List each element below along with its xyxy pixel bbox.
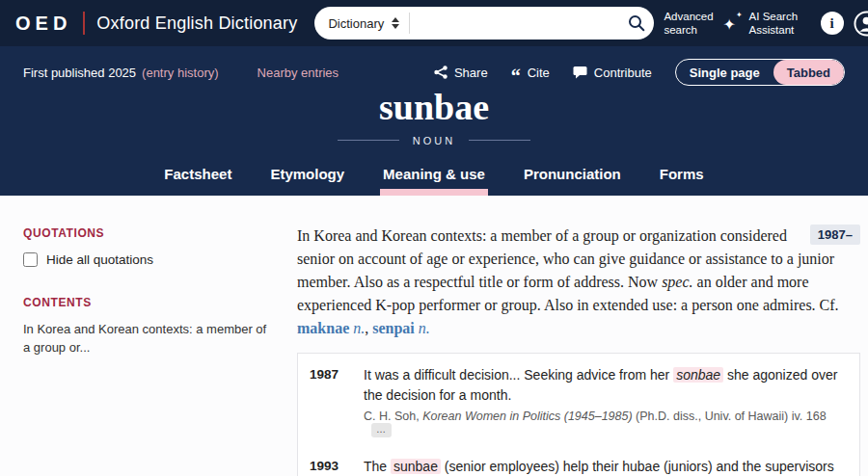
entry-history-link[interactable]: (entry history) (142, 66, 218, 80)
headword: sunbae (0, 88, 868, 128)
entry-meta-row: First published 2025 (entry history) Nea… (0, 46, 868, 86)
tabbed-toggle[interactable]: Tabbed (773, 60, 844, 85)
single-page-toggle[interactable]: Single page (676, 60, 773, 85)
tab-etymology[interactable]: Etymology (267, 160, 347, 196)
share-button[interactable]: Share (434, 66, 488, 80)
date-range-badge: 1987– (810, 225, 860, 245)
definition-spec: spec. (662, 274, 692, 290)
oed-logo[interactable]: OED (15, 13, 71, 35)
tab-factsheet[interactable]: Factsheet (161, 160, 234, 196)
ai-search-assistant-link[interactable]: ✦ ✦ AI Search Assistant (723, 10, 807, 38)
sidebar: QUOTATIONS Hide all quotations CONTENTS … (0, 196, 289, 357)
senpai-pos-link[interactable]: n. (419, 320, 430, 336)
first-published-text: First published 2025 (23, 66, 136, 80)
quotation-text: The sunbae (senior employees) help their… (364, 457, 844, 476)
highlighted-term: sonbae (673, 367, 723, 383)
brand-divider (83, 12, 85, 35)
view-mode-toggle: Single page Tabbed (675, 59, 845, 86)
search-scope-select[interactable]: Dictionary (314, 7, 409, 40)
meaning-section: 1987– In Korea and Korean contexts: a me… (289, 196, 868, 476)
nearby-entries-link[interactable]: Nearby entries (258, 66, 339, 80)
quotations-box: 1987 It was a difficult decision... Seek… (297, 353, 860, 476)
publish-info: First published 2025 (entry history) Nea… (23, 66, 339, 80)
citation-more-button[interactable]: … (371, 423, 392, 437)
sparkles-icon: ✦ ✦ (723, 13, 743, 34)
entry-banner: First published 2025 (entry history) Nea… (0, 46, 868, 196)
account-avatar-icon[interactable] (854, 11, 868, 37)
tab-forms[interactable]: Forms (657, 160, 707, 196)
quotations-heading: QUOTATIONS (23, 226, 270, 240)
pos-line-right (469, 140, 530, 141)
quotation-body: It was a difficult decision... Seeking a… (364, 365, 844, 437)
search-icon (628, 14, 645, 32)
top-header: OED Oxford English Dictionary Dictionary… (0, 0, 868, 46)
tab-meaning-use[interactable]: Meaning & use (380, 160, 488, 196)
entry-actions: Share “ Cite Contribute Single page Tabb… (434, 59, 845, 86)
senpai-link[interactable]: senpai (372, 320, 415, 336)
content-area: QUOTATIONS Hide all quotations CONTENTS … (0, 196, 868, 476)
cite-button[interactable]: “ Cite (511, 64, 550, 81)
part-of-speech-row: NOUN (0, 135, 868, 146)
highlighted-term: sunbae (391, 459, 441, 474)
quotation-year: 1993 (310, 457, 348, 476)
site-name: Oxford English Dictionary (96, 13, 297, 34)
tab-pronunciation[interactable]: Pronunciation (521, 160, 624, 196)
maknae-pos-link[interactable]: n. (353, 320, 365, 336)
info-icon[interactable]: i (821, 12, 844, 35)
quotation-body: The sunbae (senior employees) help their… (364, 457, 844, 476)
share-label: Share (454, 66, 488, 80)
part-of-speech: NOUN (413, 135, 455, 146)
quotation-row: 1993 The sunbae (senior employees) help … (298, 445, 859, 476)
brand[interactable]: OED Oxford English Dictionary (15, 12, 297, 35)
contents-heading: CONTENTS (23, 296, 270, 309)
quotation-row: 1987 It was a difficult decision... Seek… (298, 354, 859, 445)
search-input[interactable] (410, 7, 619, 40)
entry-tabs: Factsheet Etymology Meaning & use Pronun… (0, 160, 868, 196)
contents-item[interactable]: In Korea and Korean contexts: a member o… (23, 321, 270, 357)
quotation-year: 1987 (310, 365, 348, 437)
share-icon (434, 66, 448, 79)
hide-quotations-control[interactable]: Hide all quotations (23, 252, 270, 267)
contribute-button[interactable]: Contribute (573, 66, 652, 80)
cite-label: Cite (528, 66, 550, 80)
search-bar: Dictionary (314, 7, 654, 40)
pos-line-left (338, 140, 399, 141)
contribute-label: Contribute (594, 66, 652, 80)
quotation-citation: C. H. Soh, Korean Women in Politics (194… (364, 410, 844, 437)
advanced-search-link[interactable]: Advanced search (664, 10, 713, 38)
search-scope-value: Dictionary (328, 16, 384, 31)
hide-quotations-label: Hide all quotations (46, 252, 153, 267)
ai-assistant-label: AI Search Assistant (749, 10, 807, 38)
hide-quotations-checkbox[interactable] (23, 252, 38, 267)
cite-icon: “ (511, 71, 521, 81)
entry-title-block: sunbae NOUN (0, 88, 868, 146)
maknae-link[interactable]: maknae (297, 320, 349, 336)
select-updown-icon (392, 17, 399, 29)
quotation-text: It was a difficult decision... Seeking a… (364, 365, 844, 406)
search-button[interactable] (619, 7, 654, 40)
definition-text: In Korea and Korean contexts: a member o… (297, 225, 860, 340)
speech-bubble-icon (573, 66, 587, 79)
